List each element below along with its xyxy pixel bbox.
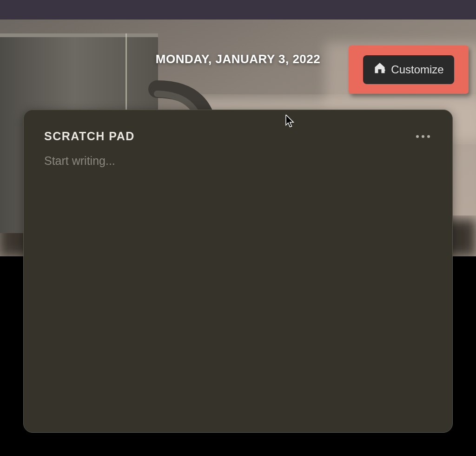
scratch-pad-input[interactable] <box>44 154 432 168</box>
scratch-pad-title: SCRATCH PAD <box>44 130 135 143</box>
window-top-bar <box>0 0 476 20</box>
customize-highlight-box: Customize <box>349 46 469 94</box>
customize-button-label: Customize <box>391 63 443 76</box>
scratch-pad-widget: SCRATCH PAD <box>23 110 453 433</box>
mouse-cursor <box>285 115 296 129</box>
scratch-pad-header: SCRATCH PAD <box>44 130 432 143</box>
svg-rect-5 <box>0 33 158 37</box>
customize-button[interactable]: Customize <box>363 55 454 84</box>
home-edit-icon <box>373 62 386 78</box>
date-display: MONDAY, JANUARY 3, 2022 <box>156 52 320 66</box>
more-horizontal-icon <box>416 135 430 138</box>
scratch-pad-more-button[interactable] <box>414 133 432 140</box>
